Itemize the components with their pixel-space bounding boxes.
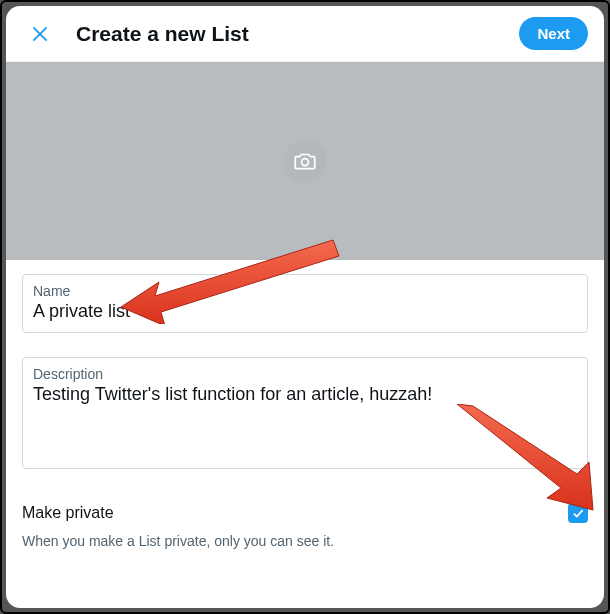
add-banner-photo-button[interactable]	[283, 139, 327, 183]
name-field[interactable]: Name	[22, 274, 588, 333]
make-private-help: When you make a List private, only you c…	[6, 525, 604, 557]
banner-image-area[interactable]	[6, 62, 604, 260]
description-input[interactable]	[33, 384, 577, 454]
make-private-label: Make private	[22, 504, 114, 522]
check-icon	[571, 506, 585, 520]
svg-point-2	[302, 159, 309, 166]
make-private-checkbox[interactable]	[568, 503, 588, 523]
modal-header: Create a new List Next	[6, 6, 604, 62]
modal-title: Create a new List	[76, 22, 519, 46]
name-input[interactable]	[33, 301, 577, 322]
form-area: Name Description	[6, 260, 604, 493]
next-button[interactable]: Next	[519, 17, 588, 50]
camera-icon	[292, 148, 318, 174]
make-private-row: Make private	[6, 493, 604, 525]
name-label: Name	[33, 283, 577, 299]
screenshot-frame: Create a new List Next Name Description	[0, 0, 610, 614]
create-list-modal: Create a new List Next Name Description	[6, 6, 604, 608]
close-button[interactable]	[22, 16, 58, 52]
description-label: Description	[33, 366, 577, 382]
description-field[interactable]: Description	[22, 357, 588, 469]
close-icon	[30, 24, 50, 44]
